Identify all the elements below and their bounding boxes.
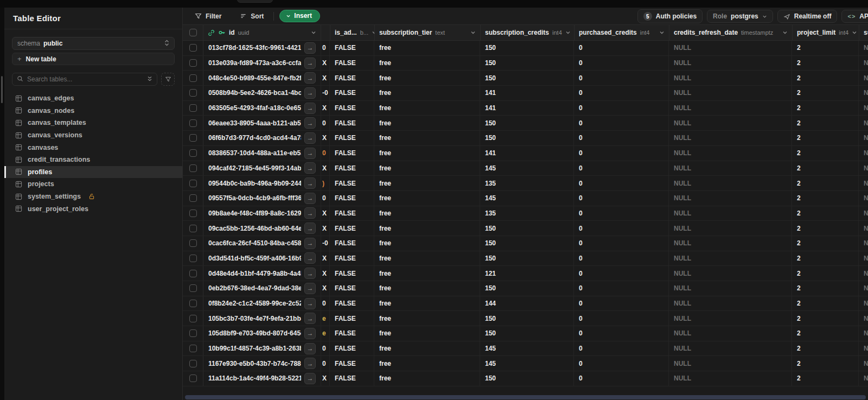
column-header-subscription_tier[interactable]: subscription_tiertext — [375, 25, 481, 40]
cell-project-limit[interactable]: 2 — [792, 341, 859, 356]
cell-purchased-credits[interactable]: 0 — [574, 146, 669, 161]
cell-clipped-right[interactable]: NULL — [859, 71, 868, 85]
cell-id[interactable]: 013e039a-fd89-473a-a3c6-ccfa9...→ — [203, 56, 321, 71]
cell-clipped[interactable]: X — [321, 266, 330, 281]
cell-credits-refresh-date[interactable]: NULL — [669, 71, 792, 85]
cell-subscription-tier[interactable]: free — [374, 266, 480, 281]
cell-clipped[interactable]: 0 — [321, 296, 330, 311]
sidebar-item-projects[interactable]: projects — [4, 178, 182, 191]
cell-subscription-credits[interactable]: 150 — [480, 281, 574, 296]
fk-expand-button[interactable]: → — [304, 283, 316, 294]
row-checkbox[interactable] — [189, 180, 197, 187]
cell-subscription-credits[interactable]: 141 — [480, 101, 574, 116]
cell-project-limit[interactable]: 2 — [792, 191, 859, 206]
cell-clipped-right[interactable]: NULL — [859, 371, 868, 386]
fk-expand-button[interactable]: → — [304, 58, 316, 69]
role-select[interactable]: Role postgres — [707, 10, 773, 23]
fk-expand-button[interactable]: → — [304, 117, 316, 129]
sidebar-item-canvas_templates[interactable]: canvas_templates — [4, 117, 182, 129]
cell-id[interactable]: 0f8b24e2-c1c2-4589-99ce-2c52d...→ — [203, 296, 321, 311]
cell-purchased-credits[interactable]: 0 — [574, 71, 669, 85]
row-checkbox[interactable] — [189, 300, 197, 307]
cell-id[interactable]: 06f6b7d3-977d-4cd0-acd4-4a78...→ — [203, 131, 321, 145]
column-header-su[interactable]: su — [859, 25, 868, 40]
cell-subscription-credits[interactable]: 150 — [480, 251, 574, 266]
cell-clipped[interactable]: ) — [321, 176, 330, 191]
cell-clipped[interactable]: X — [321, 206, 330, 221]
cell-subscription-tier[interactable]: free — [374, 356, 480, 371]
cell-subscription-credits[interactable]: 141 — [480, 86, 574, 100]
fk-expand-button[interactable]: → — [304, 268, 316, 279]
fk-expand-button[interactable]: → — [304, 328, 316, 339]
cell-project-limit[interactable]: 2 — [792, 281, 859, 296]
fk-expand-button[interactable]: → — [304, 42, 316, 54]
cell-credits-refresh-date[interactable]: NULL — [669, 206, 792, 221]
cell-id[interactable]: 063505e5-4293-4faf-a18c-0e65b...→ — [203, 101, 321, 116]
cell-clipped[interactable]: X — [321, 251, 330, 266]
cell-credits-refresh-date[interactable]: NULL — [669, 296, 792, 311]
row-checkbox[interactable] — [189, 374, 197, 382]
cell-is-admin[interactable]: FALSE — [330, 281, 374, 296]
cell-subscription-credits[interactable]: 145 — [480, 161, 574, 176]
cell-id[interactable]: 0d3d541d-bf5c-459f-a406-16b93...→ — [203, 251, 321, 266]
column-header-purchased_credits[interactable]: purchased_creditsint4 — [575, 25, 669, 40]
cell-subscription-tier[interactable]: free — [374, 281, 480, 296]
cell-clipped[interactable]: 0 — [321, 356, 330, 371]
cell-subscription-credits[interactable]: 145 — [480, 356, 574, 371]
cell-purchased-credits[interactable]: 0 — [574, 101, 669, 116]
cell-project-limit[interactable]: 2 — [792, 116, 859, 130]
cell-is-admin[interactable]: FALSE — [330, 251, 374, 266]
cell-clipped[interactable]: X — [321, 161, 330, 176]
cell-project-limit[interactable]: 2 — [792, 296, 859, 311]
sidebar-item-system_settings[interactable]: system_settings — [4, 191, 182, 203]
cell-clipped-right[interactable]: NULL — [859, 281, 868, 296]
cell-subscription-credits[interactable]: 150 — [480, 116, 574, 130]
cell-project-limit[interactable]: 2 — [792, 236, 859, 251]
realtime-toggle-button[interactable]: Realtime off — [777, 10, 838, 23]
filter-button[interactable]: Filter — [190, 10, 226, 22]
cell-is-admin[interactable]: FALSE — [330, 296, 374, 311]
cell-is-admin[interactable]: FALSE — [330, 341, 374, 356]
cell-credits-refresh-date[interactable]: NULL — [669, 131, 792, 145]
cell-subscription-credits[interactable]: 150 — [480, 71, 574, 85]
cell-purchased-credits[interactable]: 0 — [574, 371, 669, 386]
fk-expand-button[interactable]: → — [304, 132, 316, 144]
cell-clipped-right[interactable]: NULL — [859, 311, 868, 326]
cell-id[interactable]: 105d8bf9-e703-49bd-807d-645e...→ — [203, 326, 321, 341]
cell-clipped-right[interactable]: NULL — [859, 41, 868, 55]
cell-subscription-credits[interactable]: 150 — [480, 236, 574, 251]
cell-project-limit[interactable]: 2 — [792, 146, 859, 161]
fk-expand-button[interactable]: → — [304, 87, 316, 99]
new-table-button[interactable]: + New table — [12, 53, 175, 65]
cell-project-limit[interactable]: 2 — [792, 266, 859, 281]
cell-project-limit[interactable]: 2 — [792, 326, 859, 341]
cell-credits-refresh-date[interactable]: NULL — [669, 161, 792, 176]
cell-subscription-tier[interactable]: free — [374, 176, 480, 191]
cell-clipped-right[interactable]: NULL — [859, 176, 868, 191]
cell-clipped[interactable]: X — [321, 101, 330, 116]
cell-clipped-right[interactable]: NULL — [859, 356, 868, 371]
column-header-project_limit[interactable]: project_limitint4 — [793, 25, 859, 40]
fk-expand-button[interactable]: → — [304, 298, 316, 309]
row-checkbox[interactable] — [189, 194, 197, 202]
cell-subscription-credits[interactable]: 150 — [480, 56, 574, 71]
sidebar-item-credit_transactions[interactable]: credit_transactions — [4, 154, 182, 166]
cell-credits-refresh-date[interactable]: NULL — [669, 236, 792, 251]
fk-expand-button[interactable]: → — [304, 177, 316, 189]
fk-expand-button[interactable]: → — [304, 207, 316, 219]
cell-clipped[interactable]: X — [321, 56, 330, 71]
cell-clipped-right[interactable]: NULL — [859, 116, 868, 130]
cell-purchased-credits[interactable]: 0 — [574, 191, 669, 206]
cell-credits-refresh-date[interactable]: NULL — [669, 281, 792, 296]
row-checkbox[interactable] — [189, 270, 197, 277]
sidebar-item-canvas_versions[interactable]: canvas_versions — [4, 129, 182, 142]
cell-project-limit[interactable]: 2 — [792, 311, 859, 326]
cell-subscription-credits[interactable]: 150 — [480, 221, 574, 236]
cell-credits-refresh-date[interactable]: NULL — [669, 191, 792, 206]
cell-credits-refresh-date[interactable]: NULL — [669, 41, 792, 55]
cell-project-limit[interactable]: 2 — [792, 221, 859, 236]
auth-policies-button[interactable]: 5 Auth policies — [637, 9, 703, 23]
cell-project-limit[interactable]: 2 — [792, 176, 859, 191]
cell-is-admin[interactable]: FALSE — [330, 221, 374, 236]
cell-credits-refresh-date[interactable]: NULL — [669, 146, 792, 161]
